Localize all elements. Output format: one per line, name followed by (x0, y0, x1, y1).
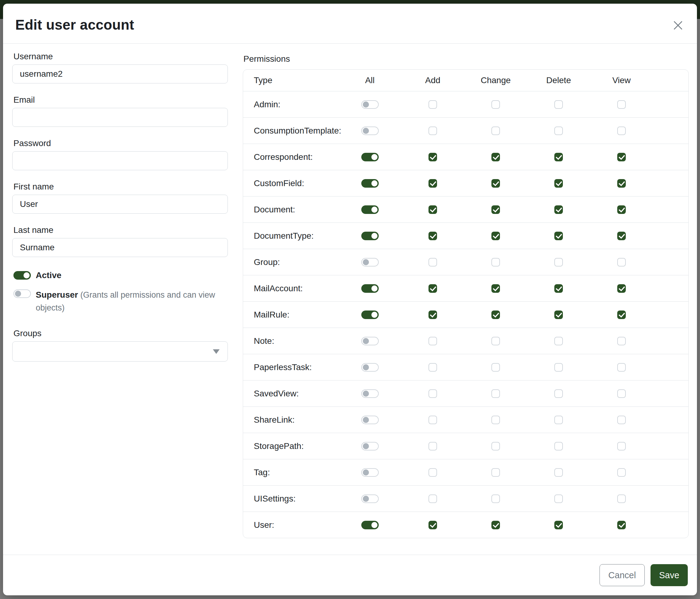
add-checkbox[interactable] (428, 153, 437, 161)
view-checkbox[interactable] (617, 521, 626, 529)
add-checkbox[interactable] (428, 442, 437, 451)
all-toggle[interactable] (361, 468, 379, 477)
add-checkbox[interactable] (428, 206, 437, 214)
add-checkbox[interactable] (428, 495, 437, 503)
permissions-table-header: Type All Add Change Delete View (243, 70, 689, 91)
add-checkbox[interactable] (428, 126, 437, 135)
change-checkbox[interactable] (492, 153, 500, 161)
change-checkbox[interactable] (492, 126, 500, 135)
groups-select[interactable] (12, 341, 228, 362)
view-checkbox[interactable] (617, 232, 626, 240)
delete-checkbox[interactable] (554, 311, 563, 319)
view-checkbox[interactable] (617, 337, 626, 345)
view-checkbox[interactable] (617, 363, 626, 372)
all-toggle[interactable] (361, 389, 379, 398)
add-checkbox[interactable] (428, 389, 437, 398)
view-checkbox[interactable] (617, 389, 626, 398)
username-group: Username (12, 52, 228, 83)
change-checkbox[interactable] (492, 389, 500, 398)
save-button[interactable]: Save (651, 564, 688, 586)
change-checkbox[interactable] (492, 179, 500, 188)
add-checkbox[interactable] (428, 337, 437, 345)
delete-checkbox[interactable] (554, 179, 563, 188)
delete-checkbox[interactable] (554, 495, 563, 503)
delete-checkbox[interactable] (554, 232, 563, 240)
all-toggle[interactable] (361, 521, 379, 529)
all-toggle[interactable] (361, 258, 379, 266)
change-checkbox[interactable] (492, 206, 500, 214)
all-toggle[interactable] (361, 153, 379, 161)
delete-checkbox[interactable] (554, 258, 563, 266)
delete-checkbox[interactable] (554, 206, 563, 214)
all-toggle[interactable] (361, 363, 379, 372)
close-button[interactable] (671, 19, 685, 32)
add-checkbox[interactable] (428, 100, 437, 109)
superuser-toggle[interactable] (14, 289, 31, 298)
change-checkbox[interactable] (492, 521, 500, 529)
change-checkbox[interactable] (492, 232, 500, 240)
view-checkbox[interactable] (617, 126, 626, 135)
last-name-field[interactable] (12, 238, 228, 257)
add-checkbox[interactable] (428, 179, 437, 188)
active-toggle[interactable] (14, 271, 31, 280)
all-toggle[interactable] (361, 284, 379, 293)
delete-checkbox[interactable] (554, 521, 563, 529)
all-toggle[interactable] (361, 337, 379, 345)
all-toggle[interactable] (361, 206, 379, 214)
delete-checkbox[interactable] (554, 468, 563, 477)
delete-checkbox[interactable] (554, 389, 563, 398)
add-checkbox[interactable] (428, 416, 437, 424)
add-checkbox[interactable] (428, 311, 437, 319)
username-input[interactable] (12, 65, 228, 83)
permission-type-label: UISettings: (243, 494, 339, 504)
change-checkbox[interactable] (492, 337, 500, 345)
email-field[interactable] (12, 108, 228, 127)
view-checkbox[interactable] (617, 206, 626, 214)
change-checkbox[interactable] (492, 284, 500, 293)
view-checkbox[interactable] (617, 100, 626, 109)
view-checkbox[interactable] (617, 468, 626, 477)
view-checkbox[interactable] (617, 311, 626, 319)
all-toggle[interactable] (361, 311, 379, 319)
view-checkbox[interactable] (617, 416, 626, 424)
all-toggle[interactable] (361, 100, 379, 109)
view-checkbox[interactable] (617, 258, 626, 266)
password-field[interactable] (12, 151, 228, 170)
add-checkbox[interactable] (428, 521, 437, 529)
all-toggle[interactable] (361, 179, 379, 188)
change-checkbox[interactable] (492, 258, 500, 266)
delete-checkbox[interactable] (554, 442, 563, 451)
all-toggle[interactable] (361, 416, 379, 424)
cancel-button[interactable]: Cancel (600, 564, 645, 586)
delete-checkbox[interactable] (554, 363, 563, 372)
change-checkbox[interactable] (492, 100, 500, 109)
toggle-knob (363, 101, 369, 107)
all-toggle[interactable] (361, 442, 379, 451)
delete-checkbox[interactable] (554, 337, 563, 345)
add-checkbox[interactable] (428, 232, 437, 240)
all-toggle[interactable] (361, 126, 379, 135)
delete-checkbox[interactable] (554, 416, 563, 424)
delete-checkbox[interactable] (554, 153, 563, 161)
view-checkbox[interactable] (617, 179, 626, 188)
change-checkbox[interactable] (492, 468, 500, 477)
change-checkbox[interactable] (492, 363, 500, 372)
change-checkbox[interactable] (492, 416, 500, 424)
change-checkbox[interactable] (492, 311, 500, 319)
view-checkbox[interactable] (617, 442, 626, 451)
change-checkbox[interactable] (492, 442, 500, 451)
view-checkbox[interactable] (617, 153, 626, 161)
add-checkbox[interactable] (428, 284, 437, 293)
delete-checkbox[interactable] (554, 284, 563, 293)
view-checkbox[interactable] (617, 284, 626, 293)
add-checkbox[interactable] (428, 258, 437, 266)
all-toggle[interactable] (361, 495, 379, 503)
delete-checkbox[interactable] (554, 126, 563, 135)
view-checkbox[interactable] (617, 495, 626, 503)
change-checkbox[interactable] (492, 495, 500, 503)
add-checkbox[interactable] (428, 468, 437, 477)
add-checkbox[interactable] (428, 363, 437, 372)
all-toggle[interactable] (361, 232, 379, 240)
delete-checkbox[interactable] (554, 100, 563, 109)
first-name-field[interactable] (12, 195, 228, 214)
